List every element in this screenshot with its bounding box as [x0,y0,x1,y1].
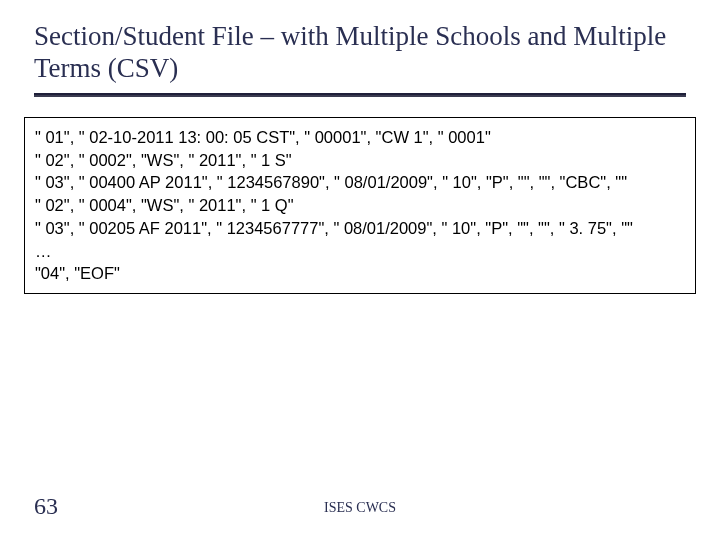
title-block: Section/Student File – with Multiple Sch… [0,0,720,103]
csv-line: " 03", " 00205 AF 2011", " 1234567777", … [35,217,685,240]
slide-title: Section/Student File – with Multiple Sch… [34,20,686,85]
csv-line: " 03", " 00400 AP 2011", " 1234567890", … [35,171,685,194]
csv-content-box: " 01", " 02-10-2011 13: 00: 05 CST", " 0… [24,117,696,294]
page-number: 63 [34,493,58,520]
footer-label: ISES CWCS [324,500,396,516]
footer: 63 ISES CWCS [0,490,720,520]
title-underline [34,93,686,97]
csv-line: " 01", " 02-10-2011 13: 00: 05 CST", " 0… [35,126,685,149]
csv-line: " 02", " 0004", "WS", " 2011", " 1 Q" [35,194,685,217]
csv-line: " 02", " 0002", "WS", " 2011", " 1 S" [35,149,685,172]
slide: Section/Student File – with Multiple Sch… [0,0,720,540]
csv-ellipsis: … [35,240,685,263]
csv-line: "04", "EOF" [35,262,685,285]
